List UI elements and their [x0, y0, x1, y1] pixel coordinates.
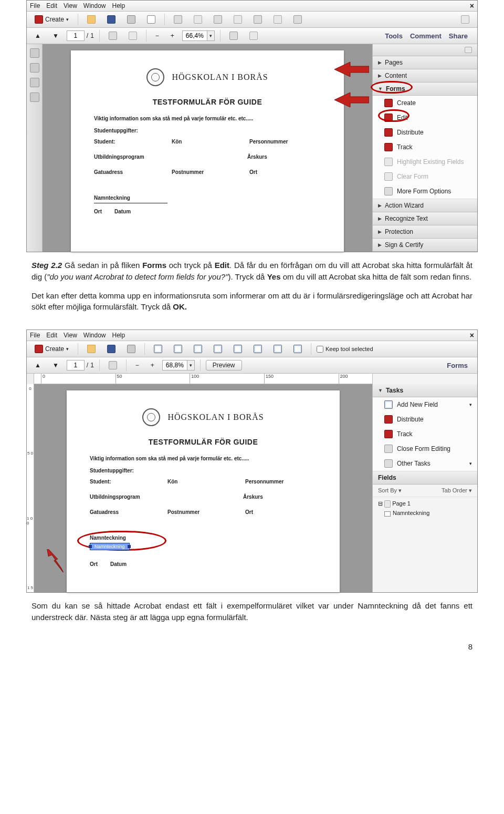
print2-icon[interactable] — [123, 343, 139, 355]
zoom-out-icon[interactable]: − — [152, 30, 163, 41]
page-number-footer: 8 — [0, 640, 504, 656]
menu2-help[interactable]: Help — [112, 332, 125, 339]
tool-generic-3-icon[interactable] — [210, 14, 226, 25]
tool-generic-1-icon[interactable] — [170, 14, 186, 25]
zoom2-in-icon[interactable]: + — [147, 360, 158, 370]
hand-tool-icon[interactable] — [105, 30, 121, 42]
panel-action-wizard[interactable]: ▶Action Wizard — [373, 199, 477, 212]
panel-plus-icon[interactable] — [373, 44, 477, 56]
open-icon[interactable] — [83, 14, 99, 25]
page2-up-icon[interactable]: ▲ — [31, 360, 45, 370]
save-icon[interactable] — [103, 14, 119, 25]
link-comment[interactable]: Comment — [410, 32, 442, 40]
zoom-in-icon[interactable]: + — [167, 30, 178, 41]
open2-icon[interactable] — [83, 343, 99, 355]
tree-field-namnteckning[interactable]: Namnteckning — [378, 509, 472, 517]
create-button[interactable]: Create ▾ — [31, 14, 72, 25]
menu2-edit[interactable]: Edit — [46, 332, 57, 339]
menu2-window[interactable]: Window — [83, 332, 106, 339]
panel-pages[interactable]: ▶Pages — [373, 56, 477, 69]
mail-icon[interactable] — [143, 14, 159, 25]
panel-recognize[interactable]: ▶Recognize Text — [373, 212, 477, 225]
menu-view[interactable]: View — [64, 2, 77, 9]
attachments-icon[interactable] — [30, 78, 39, 87]
lbl2-kon: Kön — [167, 479, 239, 485]
taborder-button[interactable]: Tab Order ▾ — [442, 487, 472, 494]
task-other[interactable]: Other Tasks▾ — [373, 456, 477, 471]
tool-generic-6-icon[interactable] — [270, 14, 286, 25]
field-button-icon[interactable] — [250, 343, 266, 355]
forms-distribute[interactable]: Distribute — [373, 125, 477, 140]
save2-icon[interactable] — [103, 343, 119, 355]
thumbnails-icon[interactable] — [30, 48, 39, 58]
zoom-input[interactable] — [182, 30, 207, 41]
link-tools[interactable]: Tools — [385, 32, 403, 40]
bookmarks-icon[interactable] — [30, 63, 39, 73]
print-icon[interactable] — [123, 14, 139, 25]
forms-section: Create Edit Distribute Track Highlight E… — [373, 96, 477, 199]
page-up-icon[interactable]: ▲ — [31, 30, 45, 41]
fields-toolbar: Sort By ▾ Tab Order ▾ — [373, 485, 477, 497]
preview-button[interactable]: Preview — [206, 360, 242, 370]
field-text-icon[interactable] — [150, 343, 166, 355]
detected-field-label[interactable]: Namnteckning — [90, 543, 130, 550]
forms-edit[interactable]: Edit — [373, 110, 477, 125]
panel-forms[interactable]: ▼Forms — [373, 83, 477, 96]
forms-track[interactable]: Track — [373, 140, 477, 154]
tasks-header[interactable]: ▼Tasks — [373, 384, 477, 397]
field-sign-icon[interactable] — [270, 343, 286, 355]
field-check-icon[interactable] — [170, 343, 186, 355]
tool-generic-2-icon[interactable] — [190, 14, 206, 25]
tree-page1[interactable]: ⊟ Page 1 — [378, 499, 472, 509]
t1j: om du vill att Acrobat ska hitta de fält… — [281, 272, 472, 281]
link2-forms[interactable]: Forms — [447, 362, 468, 369]
sortby-button[interactable]: Sort By ▾ — [378, 487, 402, 494]
create2-button[interactable]: Create ▾ — [31, 343, 72, 355]
close-icon[interactable]: × — [470, 2, 474, 10]
menu-window[interactable]: Window — [83, 2, 106, 9]
tool-generic-4-icon[interactable] — [230, 14, 246, 25]
expand-panel-icon[interactable] — [457, 14, 473, 25]
view-b-icon[interactable] — [246, 30, 261, 42]
link-share[interactable]: Share — [449, 32, 468, 40]
field-radio-icon[interactable] — [190, 343, 206, 355]
page-down-icon[interactable]: ▼ — [49, 30, 62, 41]
close-icon-2[interactable]: × — [470, 331, 474, 339]
task-close[interactable]: Close Form Editing — [373, 441, 477, 456]
field-combo-icon[interactable] — [230, 343, 246, 355]
view-a-icon[interactable] — [226, 30, 242, 42]
zoom2-out-icon[interactable]: − — [132, 360, 143, 370]
final-paragraph: Som du kan se så hittade Acrobat endast … — [32, 600, 472, 623]
zoom-dropdown-icon[interactable]: ▾ — [207, 30, 215, 41]
t1c: Forms — [142, 261, 166, 270]
zoom2-dropdown-icon[interactable]: ▾ — [187, 360, 195, 370]
zoom2-input[interactable] — [162, 360, 187, 370]
hand2-icon[interactable] — [105, 359, 121, 371]
menu-edit[interactable]: Edit — [46, 2, 57, 9]
menu2-view[interactable]: View — [64, 332, 77, 339]
panel-protection[interactable]: ▶Protection — [373, 225, 477, 239]
forms-more[interactable]: More Form Options — [373, 184, 477, 199]
fields-header[interactable]: Fields — [373, 471, 477, 485]
menu2-file[interactable]: File — [30, 332, 40, 339]
tick100: 100 — [190, 374, 199, 384]
lbl-ort2: Ort — [94, 209, 102, 214]
field-list-icon[interactable] — [210, 343, 226, 355]
field-barcode-icon[interactable] — [290, 343, 306, 355]
menu-file[interactable]: File — [30, 2, 40, 9]
panel-sign[interactable]: ▶Sign & Certify — [373, 239, 477, 252]
tool-generic-5-icon[interactable] — [250, 14, 266, 25]
task-track[interactable]: Track — [373, 427, 477, 441]
page2-input[interactable] — [67, 360, 85, 370]
task-distribute[interactable]: Distribute — [373, 412, 477, 427]
keep-tool-checkbox[interactable] — [317, 346, 323, 353]
menu-help[interactable]: Help — [112, 2, 125, 9]
tool-generic-7-icon[interactable] — [290, 14, 306, 25]
page2-down-icon[interactable]: ▼ — [49, 360, 62, 370]
task-add-field[interactable]: Add New Field▾ — [373, 397, 477, 412]
select-tool-icon[interactable] — [125, 30, 141, 42]
signatures-nav-icon[interactable] — [30, 92, 39, 102]
keep-tool-check[interactable]: Keep tool selected — [317, 346, 373, 353]
forms-create[interactable]: Create — [373, 96, 477, 110]
page-input[interactable] — [67, 30, 85, 41]
